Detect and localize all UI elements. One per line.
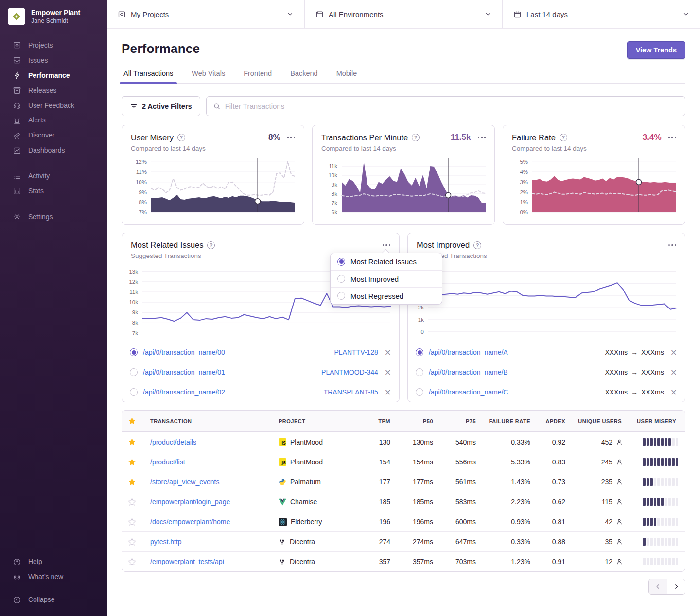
tab-frontend[interactable]: Frontend bbox=[243, 69, 273, 83]
tpm-value: 185 bbox=[360, 498, 392, 506]
project-filter-dropdown[interactable]: My Projects bbox=[107, 0, 304, 28]
transaction-link[interactable]: /product/list bbox=[150, 458, 279, 466]
sidebar-item-projects[interactable]: Projects bbox=[0, 38, 107, 53]
sidebar-item-stats[interactable]: Stats bbox=[0, 184, 107, 199]
card-title: Failure Rate bbox=[512, 133, 556, 142]
p75-value: 703ms bbox=[435, 558, 478, 565]
star-outline-icon[interactable] bbox=[128, 538, 150, 546]
date-range-dropdown[interactable]: Last 14 days bbox=[502, 0, 700, 28]
col-failure-rate[interactable]: Failure Rate bbox=[478, 418, 532, 424]
menu-option-most-improved[interactable]: Most Improved bbox=[331, 270, 442, 287]
transaction-search[interactable] bbox=[206, 96, 685, 116]
transaction-link[interactable]: pytest.http bbox=[150, 538, 279, 546]
sidebar-item-user-feedback[interactable]: User Feedback bbox=[0, 98, 107, 113]
collapse-icon bbox=[13, 596, 21, 604]
tab-mobile[interactable]: Mobile bbox=[335, 69, 358, 83]
radio-icon[interactable] bbox=[337, 275, 345, 283]
active-filters-button[interactable]: 2 Active Filters bbox=[122, 96, 200, 116]
menu-option-most-regressed[interactable]: Most Regressed bbox=[331, 287, 442, 304]
help-circle-icon[interactable]: ? bbox=[560, 134, 567, 141]
close-icon[interactable]: × bbox=[670, 348, 677, 357]
col-transaction[interactable]: Transaction bbox=[150, 418, 279, 424]
org-switcher[interactable]: Empower Plant Jane Schmidt bbox=[0, 8, 107, 25]
radio-icon[interactable] bbox=[416, 348, 423, 356]
settings-icon bbox=[13, 212, 21, 221]
transaction-link[interactable]: /api/0/transaction_name/01 bbox=[143, 368, 225, 376]
sidebar-item-whats-new[interactable]: What’s new bbox=[0, 569, 107, 584]
star-outline-icon[interactable] bbox=[128, 498, 150, 506]
sidebar-item-dashboards[interactable]: Dashboards bbox=[0, 143, 107, 158]
radio-icon[interactable] bbox=[130, 388, 138, 396]
help-circle-icon[interactable]: ? bbox=[473, 241, 481, 249]
transaction-link[interactable]: /docs/empowerplant/home bbox=[150, 518, 279, 526]
close-icon[interactable]: × bbox=[670, 388, 677, 396]
transaction-link[interactable]: /api/0/transaction_name/02 bbox=[143, 388, 225, 396]
overflow-menu-icon[interactable] bbox=[284, 135, 296, 140]
radio-icon[interactable] bbox=[416, 388, 423, 396]
col-unique-users[interactable]: Unique Users bbox=[567, 418, 624, 424]
sidebar-collapse-button[interactable]: Collapse bbox=[0, 592, 107, 607]
overflow-menu-icon[interactable] bbox=[380, 242, 391, 248]
star-filled-icon[interactable] bbox=[128, 458, 150, 466]
project-cell: Chamise bbox=[279, 498, 360, 506]
star-filled-icon[interactable] bbox=[128, 478, 150, 486]
transaction-link[interactable]: /empowerplant/login_page bbox=[150, 498, 279, 506]
overflow-menu-icon[interactable] bbox=[665, 135, 677, 140]
transaction-link[interactable]: /product/details bbox=[150, 438, 279, 446]
issue-link[interactable]: PLANTMOOD-344 bbox=[321, 368, 378, 376]
tab-backend[interactable]: Backend bbox=[289, 69, 318, 83]
menu-option-most-related-issues[interactable]: Most Related Issues bbox=[331, 253, 442, 270]
col-apdex[interactable]: Apdex bbox=[532, 418, 567, 424]
environment-filter-dropdown[interactable]: All Environments bbox=[304, 0, 502, 28]
radio-icon[interactable] bbox=[337, 258, 345, 266]
view-trends-button[interactable]: View Trends bbox=[627, 41, 685, 59]
next-page-button[interactable] bbox=[667, 579, 685, 594]
card-title: Transactions Per Minute bbox=[321, 133, 408, 142]
sidebar-item-help[interactable]: Help bbox=[0, 554, 107, 569]
transaction-link[interactable]: /api/0/transaction_name/00 bbox=[143, 348, 225, 356]
search-input[interactable] bbox=[225, 102, 679, 110]
sidebar-item-alerts[interactable]: Alerts bbox=[0, 113, 107, 128]
radio-icon[interactable] bbox=[337, 292, 345, 300]
col-project[interactable]: Project bbox=[279, 418, 360, 424]
transaction-link[interactable]: /store/api_view_events bbox=[150, 478, 279, 486]
prev-page-button[interactable] bbox=[649, 579, 667, 594]
sidebar-item-settings[interactable]: Settings bbox=[0, 209, 107, 224]
col-p75[interactable]: P75 bbox=[435, 418, 478, 424]
issue-link[interactable]: PLANTTV-128 bbox=[334, 348, 378, 356]
p50-value: 185ms bbox=[392, 498, 435, 506]
sidebar-item-issues[interactable]: Issues bbox=[0, 53, 107, 68]
sidebar-item-activity[interactable]: Activity bbox=[0, 169, 107, 184]
sidebar-item-performance[interactable]: Performance bbox=[0, 68, 107, 83]
close-icon[interactable]: × bbox=[385, 388, 391, 396]
star-filled-icon[interactable] bbox=[128, 438, 150, 446]
radio-icon[interactable] bbox=[416, 368, 423, 376]
y-tick-label: 11% bbox=[136, 169, 147, 175]
radio-icon[interactable] bbox=[130, 368, 138, 376]
transaction-link[interactable]: /api/0/transaction_name/C bbox=[429, 388, 508, 396]
tab-web-vitals[interactable]: Web Vitals bbox=[191, 69, 226, 83]
col-tpm[interactable]: TPM bbox=[360, 418, 392, 424]
close-icon[interactable]: × bbox=[385, 348, 391, 357]
transaction-link[interactable]: /empowerplant_tests/api bbox=[150, 558, 279, 565]
col-user-misery[interactable]: User Misery bbox=[624, 418, 678, 424]
help-circle-icon[interactable]: ? bbox=[177, 134, 185, 141]
close-icon[interactable]: × bbox=[670, 368, 677, 376]
close-icon[interactable]: × bbox=[385, 368, 391, 376]
star-outline-icon[interactable] bbox=[128, 518, 150, 526]
help-circle-icon[interactable]: ? bbox=[412, 134, 420, 141]
issue-link[interactable]: TRANSPLANT-85 bbox=[324, 388, 378, 396]
star-outline-icon[interactable] bbox=[128, 558, 150, 566]
overflow-menu-icon[interactable] bbox=[475, 135, 486, 140]
star-column-icon[interactable] bbox=[128, 417, 150, 425]
pagination bbox=[122, 579, 685, 595]
col-p50[interactable]: P50 bbox=[392, 418, 435, 424]
sidebar-item-discover[interactable]: Discover bbox=[0, 128, 107, 143]
sidebar-item-releases[interactable]: Releases bbox=[0, 83, 107, 98]
transaction-link[interactable]: /api/0/transaction_name/A bbox=[429, 348, 508, 356]
transaction-link[interactable]: /api/0/transaction_name/B bbox=[429, 368, 508, 376]
overflow-menu-icon[interactable] bbox=[665, 242, 677, 248]
tab-all-transactions[interactable]: All Transactions bbox=[122, 69, 174, 83]
help-circle-icon[interactable]: ? bbox=[207, 241, 215, 249]
radio-icon[interactable] bbox=[130, 348, 138, 356]
